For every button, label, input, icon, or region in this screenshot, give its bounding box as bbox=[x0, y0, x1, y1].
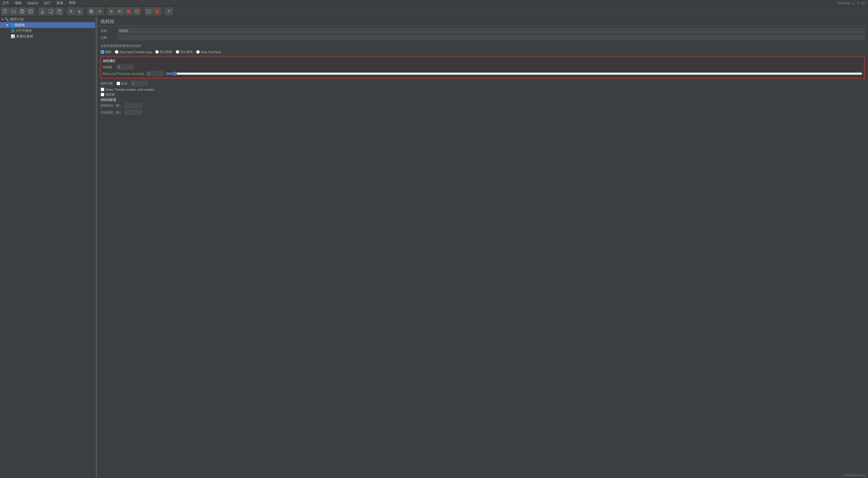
main-layout: ▼ 🔧 测试计划 ▼ 👥 线程组 🌐 HTTP请求 📊 察看结果树 线程组 bbox=[0, 17, 868, 478]
name-input[interactable] bbox=[118, 28, 865, 33]
action-label: 在取样器错误后要执行的动作 bbox=[97, 43, 868, 49]
name-row: 名称： bbox=[101, 28, 865, 34]
radio-stop-test-label: 停止测试 bbox=[180, 50, 193, 54]
svg-rect-4 bbox=[29, 10, 32, 13]
duration-row: 持续时间（秒） bbox=[101, 103, 865, 108]
toggle-button[interactable] bbox=[87, 7, 95, 16]
cut-button[interactable] bbox=[38, 7, 46, 16]
svg-rect-0 bbox=[3, 9, 6, 13]
radio-stop-test[interactable]: 停止测试 bbox=[176, 50, 193, 54]
tree-label-test-plan: 测试计划 bbox=[10, 17, 24, 22]
sep6 bbox=[163, 8, 163, 15]
tree-icon-thread-group: 👥 bbox=[9, 23, 13, 27]
comment-input[interactable] bbox=[118, 35, 865, 40]
menu-run[interactable]: 运行 bbox=[43, 0, 52, 6]
loop-row: 循环次数 永远 bbox=[97, 80, 868, 87]
templates-button[interactable] bbox=[27, 7, 35, 16]
svg-rect-30 bbox=[155, 10, 159, 13]
thread-count-row: 线程数： bbox=[103, 64, 862, 70]
tree-arrow-test-plan: ▼ bbox=[1, 18, 4, 21]
radio-stop-test-now[interactable]: Stop Test Now bbox=[196, 50, 221, 54]
paste-button[interactable] bbox=[55, 7, 63, 16]
radio-stop-test-now-label: Stop Test Now bbox=[200, 50, 221, 54]
start-no-pause-button[interactable] bbox=[116, 7, 124, 16]
thread-count-input[interactable] bbox=[117, 64, 133, 70]
tree-icon-http: 🌐 bbox=[11, 29, 15, 33]
thread-count-label: 线程数： bbox=[103, 65, 115, 69]
radio-continue[interactable]: 继续 bbox=[101, 50, 112, 54]
scheduler-checkbox[interactable] bbox=[101, 93, 104, 96]
svg-rect-24 bbox=[121, 10, 122, 13]
startup-delay-input[interactable] bbox=[125, 110, 142, 115]
menu-edit[interactable]: 编辑 bbox=[13, 0, 23, 6]
remote-stop-button[interactable] bbox=[153, 7, 161, 16]
svg-rect-2 bbox=[21, 10, 23, 11]
svg-point-21 bbox=[90, 10, 92, 12]
radio-stop-test-input[interactable] bbox=[176, 50, 179, 54]
delay-creation-checkbox[interactable] bbox=[101, 88, 104, 91]
tree-label-thread-group: 线程组 bbox=[14, 23, 25, 28]
radio-continue-input[interactable] bbox=[101, 50, 104, 54]
name-section: 名称： 注释： bbox=[97, 26, 868, 43]
timer-display: 00:00:00 bbox=[838, 1, 850, 5]
scheduler-row: 调度器 bbox=[97, 92, 868, 97]
scheduler-config-label: 调度器配置 bbox=[101, 98, 865, 102]
rampup-slider[interactable] bbox=[166, 71, 862, 76]
radio-stop-thread-input[interactable] bbox=[155, 50, 159, 54]
delay-creation-row: Delay Thread creation until needed bbox=[97, 87, 868, 92]
svg-point-8 bbox=[43, 12, 44, 13]
svg-marker-18 bbox=[79, 10, 81, 12]
panel-title: 线程组 bbox=[97, 17, 868, 26]
rampup-input[interactable] bbox=[146, 71, 163, 76]
sidebar-item-results[interactable]: 📊 察看结果树 bbox=[0, 34, 95, 39]
stop-button[interactable] bbox=[124, 7, 132, 16]
startup-delay-row: 启动延迟（秒） bbox=[101, 110, 865, 115]
copy-button[interactable] bbox=[47, 7, 55, 16]
sep1 bbox=[36, 8, 37, 15]
startup-delay-label: 启动延迟（秒） bbox=[101, 110, 123, 115]
help-button[interactable]: ? bbox=[165, 7, 173, 16]
sep3 bbox=[85, 8, 86, 15]
bottom-status: CSDN @跟朱汤汤 bbox=[840, 473, 868, 478]
sidebar-item-thread-group[interactable]: ▼ 👥 线程组 bbox=[0, 22, 95, 28]
menu-file[interactable]: 文件 bbox=[1, 0, 10, 6]
expand-all-button[interactable] bbox=[67, 7, 75, 16]
panel-title-text: 线程组 bbox=[101, 19, 114, 24]
clear-button[interactable] bbox=[96, 7, 104, 16]
svg-point-7 bbox=[41, 12, 42, 13]
sep4 bbox=[105, 8, 106, 15]
menubar: 文件 编辑 Search 运行 选项 帮助 00:00:00 ⚠ 0 0/+ bbox=[0, 0, 868, 6]
radio-stop-thread[interactable]: 停止线程 bbox=[155, 50, 172, 54]
new-button[interactable] bbox=[1, 7, 9, 16]
sidebar-item-test-plan[interactable]: ▼ 🔧 测试计划 bbox=[0, 17, 95, 22]
save-button[interactable] bbox=[18, 7, 26, 16]
run-button[interactable] bbox=[107, 7, 115, 16]
shutdown-button[interactable] bbox=[133, 7, 141, 16]
collapse-all-button[interactable] bbox=[75, 7, 84, 16]
radio-stop-test-now-input[interactable] bbox=[196, 50, 200, 54]
toolbar: ? bbox=[0, 6, 868, 17]
svg-rect-25 bbox=[127, 10, 130, 13]
rampup-row: Ramp-Up Period (in seconds) bbox=[103, 71, 862, 76]
duration-input[interactable] bbox=[125, 103, 142, 108]
loop-forever-checkbox[interactable] bbox=[117, 82, 120, 85]
tree-arrow-thread-group: ▼ bbox=[6, 24, 8, 27]
loop-count-input[interactable] bbox=[131, 81, 148, 86]
sidebar: ▼ 🔧 测试计划 ▼ 👥 线程组 🌐 HTTP请求 📊 察看结果树 bbox=[0, 17, 95, 478]
remote-start-button[interactable] bbox=[145, 7, 153, 16]
loop-forever-label[interactable]: 永远 bbox=[117, 81, 127, 86]
thread-properties-section: 线程属性 线程数： Ramp-Up Period (in seconds) bbox=[101, 57, 865, 79]
menu-search[interactable]: Search bbox=[26, 1, 39, 6]
tree-label-results: 察看结果树 bbox=[16, 34, 33, 39]
sidebar-item-http[interactable]: 🌐 HTTP请求 bbox=[0, 28, 95, 34]
open-button[interactable] bbox=[10, 7, 18, 16]
action-radio-group: 继续 Start Next Thread Loop 停止线程 停止测试 Stop… bbox=[97, 49, 868, 55]
radio-start-next-input[interactable] bbox=[115, 50, 119, 54]
menu-help[interactable]: 帮助 bbox=[68, 0, 77, 6]
menu-options[interactable]: 选项 bbox=[55, 0, 64, 6]
svg-marker-22 bbox=[110, 10, 113, 13]
scheduler-config-section: 调度器配置 持续时间（秒） 启动延迟（秒） bbox=[97, 97, 868, 117]
svg-marker-23 bbox=[119, 10, 121, 13]
tree-icon-results: 📊 bbox=[11, 34, 15, 38]
radio-start-next[interactable]: Start Next Thread Loop bbox=[115, 50, 152, 54]
